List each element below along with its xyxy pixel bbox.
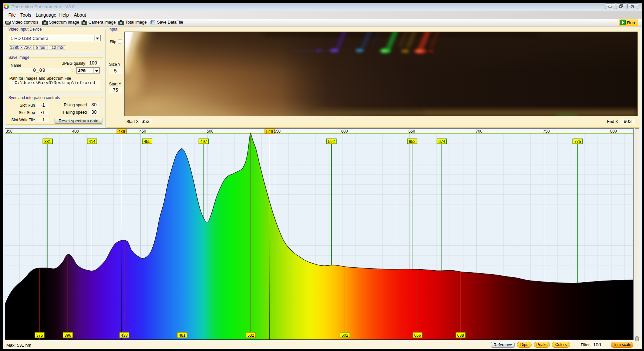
svg-text:688: 688 (457, 333, 464, 338)
svg-text:497: 497 (200, 139, 207, 144)
svg-text:700: 700 (476, 129, 482, 134)
svg-text:481: 481 (179, 333, 185, 338)
svg-text:450: 450 (139, 129, 146, 134)
svg-text:652: 652 (409, 139, 415, 144)
svg-text:602: 602 (342, 333, 348, 338)
svg-text:546: 546 (266, 129, 273, 134)
svg-text:674: 674 (438, 139, 445, 144)
svg-text:550: 550 (274, 129, 281, 134)
svg-text:400: 400 (72, 129, 79, 134)
svg-text:800: 800 (610, 129, 617, 134)
svg-text:414: 414 (89, 139, 95, 144)
svg-text:775: 775 (574, 139, 581, 144)
svg-text:500: 500 (207, 129, 213, 134)
svg-text:532: 532 (247, 333, 254, 338)
svg-text:396: 396 (65, 333, 71, 338)
svg-text:438: 438 (121, 333, 128, 338)
svg-text:750: 750 (543, 129, 550, 134)
svg-text:650: 650 (408, 129, 415, 134)
svg-text:436: 436 (118, 129, 125, 134)
svg-text:656: 656 (414, 333, 421, 338)
svg-text:350: 350 (6, 129, 12, 134)
svg-text:600: 600 (341, 129, 348, 134)
svg-text:375: 375 (36, 333, 43, 338)
svg-text:381: 381 (44, 139, 51, 144)
svg-text:455: 455 (144, 139, 150, 144)
svg-text:592: 592 (328, 139, 335, 144)
